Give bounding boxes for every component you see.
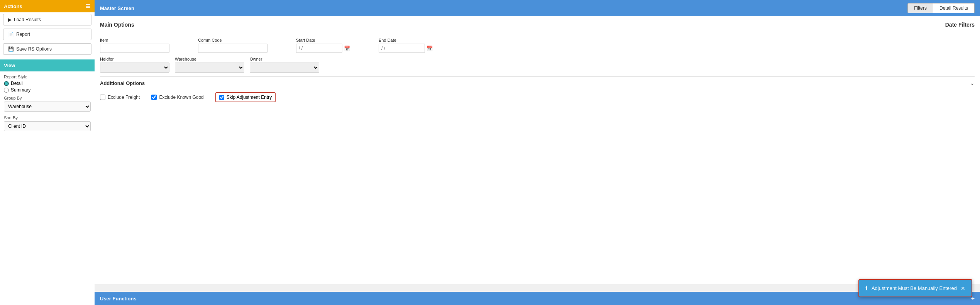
exclude-freight-checkbox[interactable]	[100, 95, 105, 100]
user-functions-bar: User Functions +	[95, 292, 980, 305]
heldfor-label: Heldfor	[100, 57, 169, 61]
additional-options-header: Additional Options ⌄	[100, 80, 975, 86]
report-button[interactable]: 📄 Report	[3, 29, 91, 40]
filters-button[interactable]: Filters	[907, 3, 933, 13]
radio-summary[interactable]: Summary	[4, 87, 91, 93]
start-date-input-row: 📅	[296, 44, 350, 53]
view-header: View	[0, 59, 95, 71]
exclude-known-good-checkbox[interactable]	[151, 95, 157, 100]
start-date-calendar-icon[interactable]: 📅	[344, 46, 350, 51]
additional-options-collapse-btn[interactable]: ⌄	[970, 80, 975, 86]
item-input[interactable]	[100, 44, 169, 53]
exclude-known-good-label: Exclude Known Good	[159, 95, 203, 100]
radio-summary-input[interactable]	[4, 88, 9, 93]
start-date-label: Start Date	[296, 38, 350, 42]
main-options-title: Main Options	[100, 22, 134, 28]
save-rs-options-button[interactable]: 💾 Save RS Options	[3, 43, 91, 55]
actions-header: Actions ☰	[0, 0, 95, 12]
skip-adjustment-box: Skip Adjustment Entry	[215, 92, 276, 102]
view-section: Report Style Detail Summary Group By War…	[0, 71, 95, 137]
main-content: Master Screen Filters Detail Results Mai…	[95, 0, 980, 305]
toast-message: Adjustment Must Be Manually Entered	[872, 285, 957, 291]
warehouse-label: Warehouse	[175, 57, 244, 61]
item-field: Item	[100, 38, 169, 53]
skip-adjustment-label: Skip Adjustment Entry	[227, 95, 272, 100]
main-options-section: Main Options	[100, 22, 134, 32]
toast-container: ℹ Adjustment Must Be Manually Entered ✕	[858, 279, 972, 297]
radio-detail-input[interactable]	[4, 81, 9, 86]
item-label: Item	[100, 38, 169, 42]
owner-select[interactable]	[250, 63, 319, 73]
hamburger-icon[interactable]: ☰	[86, 3, 91, 9]
options-row: Main Options Date Filters	[100, 22, 975, 32]
end-date-label: End Date	[379, 38, 433, 42]
form-fields-row-1: Item Comm Code Start Date 📅 End Date	[100, 38, 975, 53]
radio-detail[interactable]: Detail	[4, 81, 91, 86]
form-fields-row-2: Heldfor Warehouse Owner	[100, 57, 975, 73]
actions-title: Actions	[4, 3, 22, 9]
save-rs-icon: 💾	[8, 46, 14, 52]
header-buttons: Filters Detail Results	[907, 3, 975, 13]
master-screen-title: Master Screen	[100, 5, 134, 11]
toast-icon: ℹ	[865, 285, 868, 292]
start-date-input[interactable]	[296, 44, 342, 53]
detail-results-button[interactable]: Detail Results	[933, 3, 975, 13]
comm-code-input[interactable]	[198, 44, 267, 53]
report-style-radio-group: Detail Summary	[4, 81, 91, 93]
group-by-label: Group By	[4, 96, 91, 100]
sort-by-label: Sort By	[4, 115, 91, 120]
owner-field: Owner	[250, 57, 319, 73]
toast-notification: ℹ Adjustment Must Be Manually Entered ✕	[858, 279, 972, 297]
comm-code-field: Comm Code	[198, 38, 267, 53]
exclude-freight-label: Exclude Freight	[108, 95, 140, 100]
master-screen-header: Master Screen Filters Detail Results	[95, 0, 980, 16]
report-style-label: Report Style	[4, 75, 91, 79]
date-filters-section: Date Filters	[945, 22, 975, 32]
date-filters-title: Date Filters	[945, 22, 975, 28]
skip-adjustment-checkbox[interactable]	[219, 95, 224, 100]
main-body: Main Options Date Filters Item Comm Code…	[95, 16, 980, 284]
end-date-input-row: 📅	[379, 44, 433, 53]
sort-by-select[interactable]: Client ID	[4, 121, 91, 131]
load-results-icon: ▶	[8, 17, 12, 22]
checkbox-row: Exclude Freight Exclude Known Good Skip …	[100, 90, 975, 105]
heldfor-select[interactable]	[100, 63, 169, 73]
exclude-freight-item: Exclude Freight	[100, 95, 140, 100]
heldfor-field: Heldfor	[100, 57, 169, 73]
warehouse-select[interactable]	[175, 63, 244, 73]
end-date-field: End Date 📅	[379, 38, 433, 53]
end-date-input[interactable]	[379, 44, 425, 53]
group-by-select[interactable]: Warehouse	[4, 102, 91, 112]
user-functions-title: User Functions	[100, 296, 137, 302]
report-icon: 📄	[8, 32, 14, 37]
toast-close-btn[interactable]: ✕	[961, 285, 965, 291]
additional-options-title: Additional Options	[100, 80, 145, 86]
end-date-calendar-icon[interactable]: 📅	[427, 46, 433, 51]
sidebar: Actions ☰ ▶ Load Results 📄 Report 💾 Save…	[0, 0, 95, 305]
load-results-button[interactable]: ▶ Load Results	[3, 14, 91, 25]
start-date-field: Start Date 📅	[296, 38, 350, 53]
warehouse-field: Warehouse	[175, 57, 244, 73]
owner-label: Owner	[250, 57, 319, 61]
comm-code-label: Comm Code	[198, 38, 267, 42]
exclude-known-good-item: Exclude Known Good	[151, 95, 203, 100]
